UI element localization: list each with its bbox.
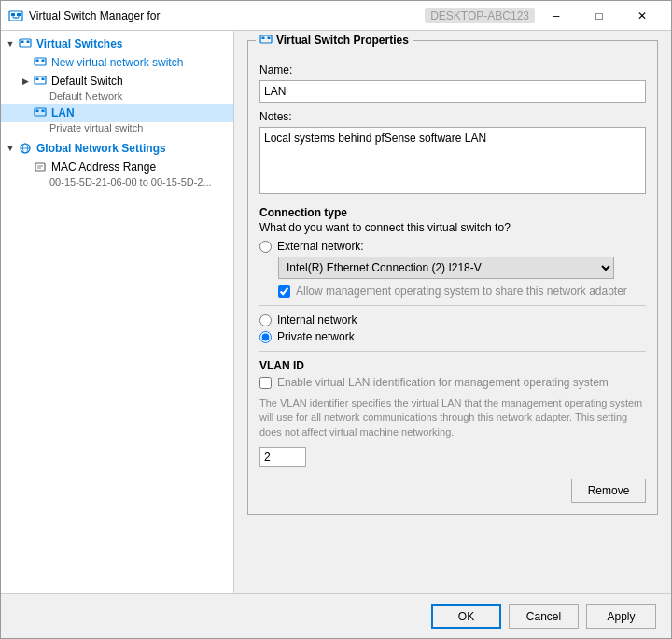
left-panel: ▼ Virtual Switches ▶ — [1, 31, 234, 593]
sidebar-item-default-switch-wrapper: ▶ Default Switch Default Network — [1, 72, 233, 104]
vlan-checkbox[interactable] — [259, 377, 272, 389]
mgmt-os-checkbox[interactable] — [278, 285, 290, 298]
svg-rect-11 — [36, 60, 39, 63]
group-title: Virtual Switch Properties — [256, 34, 413, 47]
global-icon — [18, 141, 33, 156]
close-button[interactable]: ✕ — [621, 1, 664, 31]
bottom-bar: OK Cancel Apply — [1, 593, 671, 638]
sidebar-item-default-switch[interactable]: ▶ Default Switch — [1, 72, 233, 90]
separator-1 — [259, 305, 646, 306]
notes-input[interactable]: Local systems behind pfSense software LA… — [259, 127, 646, 194]
default-switch-subtext: Default Network — [1, 90, 233, 104]
svg-rect-26 — [262, 37, 265, 40]
notes-label: Notes: — [259, 110, 646, 123]
network-adapter-row: Intel(R) Ethernet Connection (2) I218-V — [278, 257, 646, 279]
internal-radio-row: Internal network — [259, 313, 646, 326]
lan-label: LAN — [51, 106, 75, 119]
group-title-icon — [259, 34, 273, 47]
sidebar-item-mac-wrapper: ▶ MAC Address Range 00-15-5D-21-06-00 to… — [1, 158, 233, 189]
private-radio-label[interactable]: Private network — [277, 330, 355, 343]
window-controls: – □ ✕ — [535, 1, 664, 31]
external-radio-label[interactable]: External network: — [277, 240, 364, 253]
sidebar-item-global-settings[interactable]: ▼ Global Network Settings — [1, 139, 233, 158]
svg-rect-8 — [21, 41, 24, 44]
global-expand-icon: ▼ — [5, 143, 16, 154]
default-switch-label: Default Switch — [51, 75, 123, 88]
minimize-button[interactable]: – — [535, 1, 578, 31]
window-title: Virtual Switch Manager for — [29, 9, 425, 22]
svg-point-6 — [15, 17, 17, 19]
vlan-input[interactable] — [259, 447, 306, 467]
vlan-description: The VLAN identifier specifies the virtua… — [259, 396, 646, 439]
mgmt-os-label[interactable]: Allow management operating system to sha… — [296, 285, 627, 298]
conn-type-label: Connection type — [259, 206, 646, 219]
vlan-title: VLAN ID — [259, 359, 646, 372]
mac-label: MAC Address Range — [51, 160, 156, 174]
virtual-switches-label: Virtual Switches — [36, 37, 122, 50]
vlan-checkbox-row: Enable virtual LAN identification for ma… — [259, 376, 646, 389]
app-icon — [8, 8, 23, 23]
sidebar-item-mac[interactable]: ▶ MAC Address Range — [1, 158, 233, 176]
svg-rect-17 — [36, 110, 39, 113]
mac-subtext: 00-15-5D-21-06-00 to 00-15-5D-2... — [1, 176, 233, 189]
internal-radio-label[interactable]: Internal network — [277, 313, 357, 326]
name-input[interactable] — [259, 80, 646, 103]
mgmt-os-checkbox-row: Allow management operating system to sha… — [278, 285, 646, 298]
external-radio[interactable] — [259, 241, 272, 253]
lan-icon — [33, 105, 48, 120]
new-switch-icon — [33, 55, 48, 70]
svg-rect-18 — [42, 110, 45, 113]
apply-button[interactable]: Apply — [586, 604, 656, 629]
svg-rect-14 — [36, 78, 39, 81]
separator-2 — [259, 351, 646, 352]
main-window: Virtual Switch Manager for DESKTOP-ABC12… — [0, 0, 672, 639]
name-label: Name: — [259, 63, 646, 76]
maximize-button[interactable]: □ — [578, 1, 621, 31]
global-settings-label: Global Network Settings — [36, 142, 166, 155]
conn-type-question: What do you want to connect this virtual… — [259, 221, 646, 234]
mac-icon — [33, 160, 48, 174]
vlan-section: VLAN ID Enable virtual LAN identificatio… — [259, 351, 646, 467]
ok-button[interactable]: OK — [431, 604, 501, 629]
sidebar-item-lan[interactable]: ▶ LAN — [1, 104, 233, 122]
vlan-checkbox-label[interactable]: Enable virtual LAN identification for ma… — [277, 376, 609, 389]
external-radio-row: External network: — [259, 240, 646, 253]
expand-icon: ▼ — [5, 38, 16, 49]
properties-group: Virtual Switch Properties Name: Notes: L… — [247, 40, 658, 515]
connection-type-section: Connection type What do you want to conn… — [259, 206, 646, 343]
private-radio[interactable] — [259, 331, 272, 343]
svg-rect-27 — [268, 37, 271, 40]
lan-subtext: Private virtual switch — [1, 122, 233, 135]
svg-rect-15 — [42, 78, 45, 81]
virtual-switches-icon — [18, 36, 33, 51]
private-radio-row: Private network — [259, 330, 646, 343]
new-switch-label: New virtual network switch — [51, 56, 183, 69]
network-adapter-dropdown[interactable]: Intel(R) Ethernet Connection (2) I218-V — [278, 257, 614, 279]
right-panel: Virtual Switch Properties Name: Notes: L… — [234, 31, 671, 593]
window-title-suffix: DESKTOP-ABC123 — [425, 8, 535, 23]
svg-rect-9 — [27, 41, 30, 44]
main-content: ▼ Virtual Switches ▶ — [1, 31, 671, 593]
cancel-button[interactable]: Cancel — [509, 604, 579, 629]
internal-radio[interactable] — [259, 314, 272, 326]
svg-rect-12 — [42, 60, 45, 63]
remove-button[interactable]: Remove — [571, 479, 646, 503]
group-title-text: Virtual Switch Properties — [276, 34, 409, 47]
sidebar-item-lan-wrapper: ▶ LAN Private virtual switch — [1, 104, 233, 135]
svg-rect-2 — [17, 13, 21, 16]
default-expand-icon: ▶ — [20, 76, 31, 87]
default-switch-icon — [33, 74, 48, 89]
sidebar-item-virtual-switches[interactable]: ▼ Virtual Switches — [1, 35, 233, 53]
sidebar-item-new-switch[interactable]: ▶ New virtual network switch — [1, 53, 233, 72]
title-bar: Virtual Switch Manager for DESKTOP-ABC12… — [1, 1, 671, 31]
svg-rect-1 — [11, 13, 15, 16]
remove-row: Remove — [259, 479, 646, 503]
svg-rect-22 — [35, 163, 45, 171]
